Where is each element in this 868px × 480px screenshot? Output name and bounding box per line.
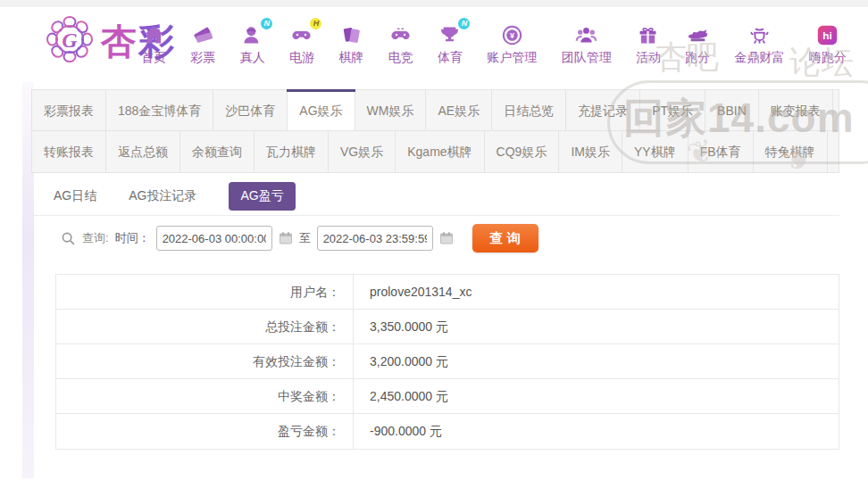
- row-label: 盈亏金额：: [56, 414, 353, 449]
- tab-kgame-chess[interactable]: Kgame棋牌: [396, 131, 484, 172]
- trophy-icon: N: [438, 21, 462, 48]
- tab-account-change-report[interactable]: 账变报表: [759, 90, 833, 130]
- nav-item-activity[interactable]: 活动: [636, 21, 661, 66]
- ag-profit-table: 用户名： prolove201314_xc 总投注金额： 3,350.0000 …: [55, 274, 839, 450]
- row-username: 用户名： prolove201314_xc: [56, 275, 839, 310]
- header: G 杏彩 首页 彩票: [0, 7, 868, 82]
- query-button[interactable]: 查 询: [472, 224, 538, 252]
- subtab-ag-daily[interactable]: AG日结: [54, 188, 96, 204]
- tab-pt[interactable]: PT娱乐: [640, 90, 705, 130]
- nav-label: 彩票: [190, 50, 215, 66]
- new-badge: N: [458, 18, 470, 29]
- tab-terabbit-chess[interactable]: 特兔棋牌: [754, 131, 828, 172]
- subtab-ag-bet-records[interactable]: AG投注记录: [129, 188, 196, 204]
- nav-label: 首页: [141, 50, 166, 66]
- live-person-icon: N: [240, 21, 264, 48]
- cards-icon: [339, 21, 363, 48]
- tab-vg[interactable]: VG娱乐: [329, 131, 396, 172]
- tab-wali-chess[interactable]: 瓦力棋牌: [255, 131, 329, 172]
- gamepad-icon: H: [289, 21, 313, 48]
- query-label: 查询:: [82, 230, 109, 246]
- start-date-input[interactable]: [156, 226, 272, 251]
- nav-label: 账户管理: [487, 50, 537, 66]
- team-icon: [574, 21, 598, 48]
- nav-item-sports[interactable]: N 体育: [438, 21, 463, 66]
- logo-emblem-icon: G: [45, 14, 95, 68]
- nav-label: 跑分: [685, 50, 710, 66]
- tab-cq9[interactable]: CQ9娱乐: [485, 131, 560, 172]
- page: G 杏彩 首页 彩票: [0, 0, 868, 480]
- nav-item-jinding-wealth[interactable]: 金鼎财富: [735, 21, 785, 66]
- main-nav: 首页 彩票 N: [141, 21, 847, 66]
- time-label: 时间：: [115, 230, 150, 246]
- tabs-row-2: 转账报表 返点总额 余额查询 瓦力棋牌 VG娱乐 Kgame棋牌 CQ9娱乐 I…: [32, 131, 839, 172]
- nav-label: 棋牌: [338, 50, 363, 66]
- tab-ag-active[interactable]: AG娱乐: [288, 90, 355, 130]
- row-total-bet: 总投注金额： 3,350.0000 元: [56, 310, 839, 344]
- search-icon: [61, 231, 76, 246]
- svg-text:hi: hi: [823, 29, 832, 42]
- nav-label: 嗨跑分: [809, 50, 847, 66]
- ag-subtabs: AG日结 AG投注记录 AG盈亏: [54, 182, 296, 211]
- home-icon: [142, 21, 166, 48]
- calendar-icon[interactable]: [439, 231, 454, 245]
- subtab-divider: [31, 215, 839, 216]
- calendar-icon[interactable]: [279, 231, 293, 245]
- tab-deposit-withdraw-records[interactable]: 充提记录: [566, 90, 640, 130]
- rhino-logo-icon: [686, 21, 710, 48]
- tab-bbin[interactable]: BBIN: [705, 90, 759, 130]
- to-label: 至: [299, 230, 311, 246]
- nav-item-hi-paofen[interactable]: hi 嗨跑分: [809, 21, 847, 66]
- svg-text:¥: ¥: [510, 30, 514, 39]
- nav-item-esports[interactable]: 电竞: [388, 21, 413, 66]
- nav-label: 活动: [636, 50, 661, 66]
- query-bar: 查询: 时间： 至 查 询: [61, 224, 538, 252]
- svg-text:G: G: [62, 29, 78, 52]
- tab-188-sports[interactable]: 188金宝博体育: [106, 90, 213, 130]
- hot-badge: H: [310, 18, 321, 29]
- row-value: -900.0000 元: [353, 414, 839, 449]
- tab-transfer-report[interactable]: 转账报表: [32, 131, 106, 172]
- tab-ae[interactable]: AE娱乐: [426, 90, 492, 130]
- nav-item-egames[interactable]: H 电游: [289, 21, 314, 66]
- nav-item-account-manage[interactable]: ¥ 账户管理: [487, 21, 537, 66]
- nav-label: 金鼎财富: [735, 50, 785, 66]
- report-tabs: 彩票报表 188金宝博体育 沙巴体育 AG娱乐 WM娱乐 AE娱乐 日结总览 充…: [31, 89, 839, 173]
- row-value: prolove201314_xc: [353, 275, 839, 309]
- tab-yy-chess[interactable]: YY棋牌: [622, 131, 689, 172]
- nav-item-home[interactable]: 首页: [141, 21, 166, 66]
- end-date-input[interactable]: [317, 226, 433, 251]
- nav-item-paofen[interactable]: 跑分: [685, 21, 710, 66]
- new-badge: N: [261, 18, 272, 29]
- nav-item-lottery[interactable]: 彩票: [190, 21, 215, 66]
- row-win-amount: 中奖金额： 2,450.0000 元: [56, 379, 839, 414]
- row-label: 总投注金额：: [56, 310, 353, 343]
- row-value: 3,350.0000 元: [353, 310, 839, 343]
- gift-icon: [636, 21, 660, 48]
- hi-app-icon: hi: [815, 21, 839, 48]
- row-value: 3,200.0000 元: [353, 344, 839, 378]
- top-strip: [0, 0, 868, 7]
- nav-item-chess[interactable]: 棋牌: [338, 21, 363, 66]
- nav-label: 真人: [240, 50, 265, 66]
- row-value: 2,450.0000 元: [353, 379, 839, 413]
- nav-label: 体育: [438, 50, 463, 66]
- esports-gamepad-icon: [388, 21, 413, 48]
- nav-item-team-manage[interactable]: 团队管理: [562, 21, 612, 66]
- nav-label: 电竞: [388, 50, 413, 66]
- row-valid-bet: 有效投注金额： 3,200.0000 元: [56, 344, 839, 379]
- tab-shaba-sports[interactable]: 沙巴体育: [213, 90, 288, 130]
- nav-item-live[interactable]: N 真人: [240, 21, 265, 66]
- row-label: 有效投注金额：: [56, 344, 353, 378]
- tab-balance-query[interactable]: 余额查询: [180, 131, 255, 172]
- tab-im[interactable]: IM娱乐: [559, 131, 622, 172]
- tab-rebate-total[interactable]: 返点总额: [106, 131, 180, 172]
- tab-lottery-report[interactable]: 彩票报表: [32, 90, 106, 130]
- ding-vessel-icon: [747, 21, 772, 48]
- tab-wm[interactable]: WM娱乐: [355, 90, 427, 130]
- tickets-icon: [191, 21, 215, 48]
- tab-fb-sports[interactable]: FB体育: [689, 131, 754, 172]
- subtab-ag-profit-active[interactable]: AG盈亏: [229, 182, 295, 211]
- tab-daily-summary[interactable]: 日结总览: [492, 90, 566, 130]
- nav-label: 团队管理: [562, 50, 612, 66]
